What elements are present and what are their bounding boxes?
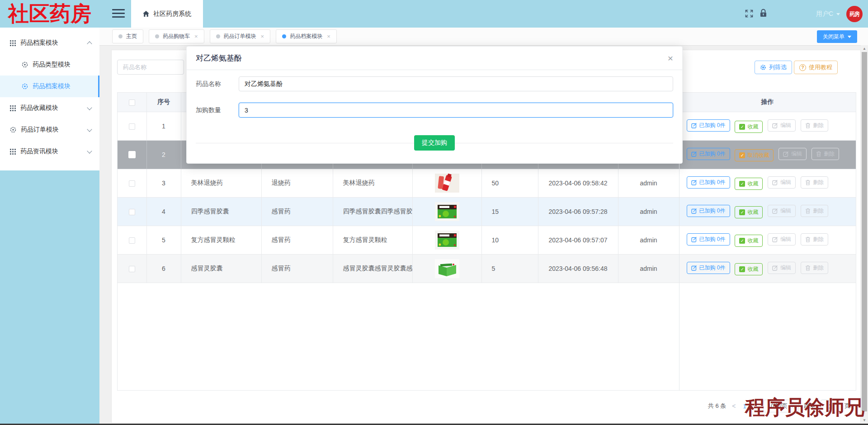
trash-icon bbox=[805, 208, 811, 214]
favorite-button[interactable]: ✓ 收藏 bbox=[735, 235, 763, 247]
tab-close-icon[interactable]: × bbox=[327, 33, 330, 40]
column-filter-button[interactable]: 列筛选 bbox=[755, 61, 792, 74]
delete-button[interactable]: 删除 bbox=[801, 233, 828, 246]
sidebar-menu: 药品档案模块 药品类型模块 药品档案模块 药品收藏模块 bbox=[0, 28, 99, 170]
cell-image bbox=[412, 169, 481, 197]
edit-button[interactable]: 编辑 bbox=[768, 262, 796, 274]
tab-archive[interactable]: 药品档案模块 × bbox=[276, 29, 337, 43]
favorite-button[interactable]: ✓ 收藏 bbox=[735, 263, 763, 275]
row-checkbox[interactable] bbox=[129, 180, 135, 187]
favorite-button[interactable]: ✓ 收藏 bbox=[735, 206, 763, 218]
scroll-down-icon[interactable]: ▼ bbox=[861, 418, 868, 422]
table-row[interactable]: 4 四季感冒胶囊 感冒药 四季感冒胶囊四季感冒胶囊 15 2023-04-06 … bbox=[118, 197, 856, 226]
sidebar-item-drug-news[interactable]: 药品资讯模块 bbox=[0, 141, 99, 162]
cell-index: 2 bbox=[146, 140, 181, 169]
delete-button[interactable]: 删除 bbox=[801, 119, 828, 132]
row-checkbox[interactable] bbox=[129, 237, 135, 244]
caret-down-icon bbox=[791, 405, 794, 409]
tab-strip: 主页 药品购物车 × 药品订单模块 × 药品档案模块 × 关闭菜单 bbox=[99, 28, 868, 46]
delete-button[interactable]: 删除 bbox=[801, 205, 828, 217]
table-row[interactable]: 3 美林退烧药 退烧药 美林退烧药 50 2023-04-06 09:58:42… bbox=[118, 169, 856, 197]
tab-cart[interactable]: 药品购物车 × bbox=[149, 29, 204, 43]
sidebar-item-drug-orders[interactable]: 药品订单模块 bbox=[0, 119, 99, 141]
edit-square-icon bbox=[691, 236, 697, 242]
drug-name-field[interactable] bbox=[239, 76, 673, 91]
cell-type: 感冒药 bbox=[261, 254, 333, 283]
qty-label: 加购数量 bbox=[196, 106, 239, 114]
sidebar-item-drug-archive-active[interactable]: 药品档案模块 bbox=[0, 76, 99, 97]
unfavorite-button[interactable]: ✓ 取消收藏 bbox=[735, 149, 774, 161]
edit-button[interactable]: 编辑 bbox=[768, 176, 796, 189]
row-checkbox[interactable] bbox=[129, 209, 135, 215]
delete-button[interactable]: 删除 bbox=[811, 148, 839, 160]
total-count: 共 6 条 bbox=[708, 402, 726, 410]
jump-prefix-label: 跳至 bbox=[804, 402, 816, 410]
qty-field[interactable] bbox=[239, 103, 673, 118]
scrollbar[interactable]: ▲ ▼ bbox=[861, 45, 868, 424]
table-row[interactable]: 6 感冒灵胶囊 感冒药 感冒灵胶囊感冒灵胶囊感... 5 2023-04-06 … bbox=[118, 254, 856, 283]
dialog-close-icon[interactable]: × bbox=[668, 53, 673, 63]
row-checkbox[interactable] bbox=[129, 123, 135, 130]
cell-stock: 10 bbox=[481, 226, 538, 254]
added-count-button[interactable]: 已加购 0件 bbox=[687, 176, 730, 189]
prev-page-button[interactable]: < bbox=[731, 402, 736, 410]
cell-index: 1 bbox=[146, 112, 181, 140]
search-input[interactable] bbox=[117, 60, 184, 75]
cell-creator: admin bbox=[618, 254, 679, 283]
edit-button[interactable]: 编辑 bbox=[768, 205, 796, 217]
next-page-button[interactable]: > bbox=[753, 402, 758, 410]
tab-close-icon[interactable]: × bbox=[261, 33, 264, 40]
chevron-up-icon bbox=[87, 41, 92, 46]
row-checkbox[interactable] bbox=[129, 266, 135, 272]
added-count-button[interactable]: 已加购 0件 bbox=[687, 205, 730, 217]
edit-square-icon bbox=[772, 179, 778, 185]
delete-button[interactable]: 删除 bbox=[801, 262, 828, 274]
cell-actions: 已加购 0件 ✓ 收藏 编辑 bbox=[679, 226, 856, 254]
tutorial-button[interactable]: ? 使用教程 bbox=[794, 61, 838, 74]
sidebar-item-drug-favorites[interactable]: 药品收藏模块 bbox=[0, 97, 99, 119]
scroll-up-icon[interactable]: ▲ bbox=[861, 47, 868, 51]
page-size-select[interactable]: 10条/页 bbox=[763, 400, 799, 412]
trash-icon bbox=[816, 151, 821, 157]
drug-name-field-row: 药品名称 bbox=[196, 76, 673, 91]
delete-button[interactable]: 删除 bbox=[801, 176, 828, 189]
cell-index: 6 bbox=[146, 254, 181, 283]
system-tab[interactable]: 社区药房系统 bbox=[131, 0, 203, 28]
jump-input[interactable] bbox=[821, 400, 840, 412]
fullscreen-icon[interactable] bbox=[745, 9, 754, 18]
edit-button[interactable]: 编辑 bbox=[768, 119, 796, 132]
table-row[interactable]: 5 复方感冒灵颗粒 感冒药 复方感冒灵颗粒 10 2023-04-06 09:5… bbox=[118, 226, 856, 254]
added-count-button[interactable]: 已加购 0件 bbox=[687, 233, 730, 246]
sidebar-item-drug-type[interactable]: 药品类型模块 bbox=[0, 54, 99, 76]
row-checkbox-checked[interactable] bbox=[128, 151, 136, 158]
avatar[interactable]: 药房 bbox=[846, 6, 863, 22]
cell-stock: 15 bbox=[481, 197, 538, 226]
caret-down-icon bbox=[848, 36, 851, 40]
tab-dot bbox=[216, 34, 220, 38]
close-menu-button[interactable]: 关闭菜单 bbox=[817, 30, 857, 43]
user-menu[interactable]: 用户C bbox=[816, 0, 840, 28]
page-number[interactable]: 1 bbox=[742, 403, 748, 410]
added-count-button[interactable]: 已加购 0件 bbox=[687, 119, 730, 132]
tab-home[interactable]: 主页 bbox=[112, 29, 143, 43]
sidebar-item-label: 药品资讯模块 bbox=[20, 147, 58, 156]
select-all-checkbox[interactable] bbox=[129, 99, 135, 106]
tab-close-icon[interactable]: × bbox=[194, 33, 198, 40]
edit-button[interactable]: 编辑 bbox=[768, 233, 796, 246]
system-tab-label: 社区药房系统 bbox=[153, 10, 191, 18]
cell-image bbox=[412, 197, 481, 226]
added-count-button[interactable]: 已加购 0件 bbox=[687, 262, 730, 274]
hamburger-icon[interactable] bbox=[112, 9, 125, 18]
checkbox-checked-icon: ✓ bbox=[739, 152, 745, 158]
scrollbar-thumb[interactable] bbox=[862, 52, 867, 411]
edit-button[interactable]: 编辑 bbox=[778, 148, 807, 160]
grid-icon bbox=[10, 149, 16, 155]
favorite-button[interactable]: ✓ 收藏 bbox=[735, 178, 763, 190]
lock-icon[interactable] bbox=[760, 9, 767, 18]
tab-orders[interactable]: 药品订单模块 × bbox=[210, 29, 271, 43]
app-window: 社区药房 药品档案模块 药品类型模块 药品档案模块 bbox=[0, 0, 868, 425]
submit-button[interactable]: 提交加购 bbox=[414, 135, 455, 151]
sidebar-item-drug-archive[interactable]: 药品档案模块 bbox=[0, 32, 99, 54]
added-count-button[interactable]: 已加购 0件 bbox=[687, 148, 730, 160]
favorite-button[interactable]: ✓ 收藏 bbox=[735, 121, 763, 133]
